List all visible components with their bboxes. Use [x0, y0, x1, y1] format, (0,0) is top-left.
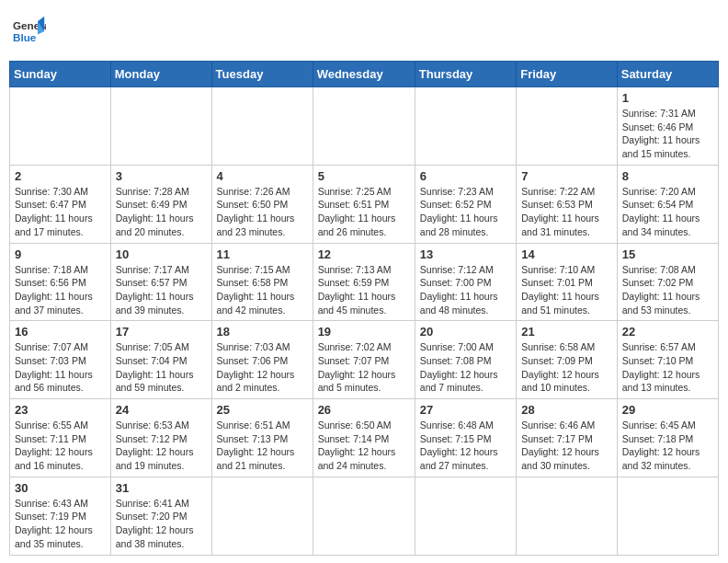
day-number: 3 — [116, 169, 207, 183]
week-row-0: 1Sunrise: 7:31 AM Sunset: 6:46 PM Daylig… — [10, 87, 719, 166]
weekday-header-monday: Monday — [110, 62, 211, 87]
day-number: 20 — [420, 325, 511, 339]
day-info: Sunrise: 7:15 AM Sunset: 6:58 PM Dayligh… — [217, 263, 308, 317]
day-info: Sunrise: 7:30 AM Sunset: 6:47 PM Dayligh… — [15, 185, 106, 239]
calendar-cell — [415, 87, 516, 166]
day-info: Sunrise: 7:25 AM Sunset: 6:51 PM Dayligh… — [318, 185, 410, 239]
weekday-header-sunday: Sunday — [10, 62, 111, 87]
calendar-cell: 6Sunrise: 7:23 AM Sunset: 6:52 PM Daylig… — [415, 165, 516, 243]
calendar-cell: 30Sunrise: 6:43 AM Sunset: 7:19 PM Dayli… — [10, 477, 111, 555]
day-number: 24 — [116, 403, 207, 417]
calendar-cell: 11Sunrise: 7:15 AM Sunset: 6:58 PM Dayli… — [211, 243, 313, 321]
day-info: Sunrise: 6:58 AM Sunset: 7:09 PM Dayligh… — [521, 340, 612, 395]
day-info: Sunrise: 7:07 AM Sunset: 7:03 PM Dayligh… — [15, 340, 106, 395]
calendar-cell: 25Sunrise: 6:51 AM Sunset: 7:13 PM Dayli… — [211, 399, 313, 477]
calendar-cell: 12Sunrise: 7:13 AM Sunset: 6:59 PM Dayli… — [313, 243, 415, 321]
calendar-cell: 18Sunrise: 7:03 AM Sunset: 7:06 PM Dayli… — [211, 321, 313, 399]
day-number: 13 — [420, 247, 511, 261]
day-number: 21 — [521, 325, 612, 339]
calendar-cell: 7Sunrise: 7:22 AM Sunset: 6:53 PM Daylig… — [517, 165, 618, 243]
week-row-4: 23Sunrise: 6:55 AM Sunset: 7:11 PM Dayli… — [10, 399, 719, 477]
day-number: 6 — [420, 169, 511, 183]
day-number: 8 — [622, 169, 713, 183]
day-info: Sunrise: 7:02 AM Sunset: 7:07 PM Dayligh… — [318, 340, 410, 395]
calendar-table: SundayMondayTuesdayWednesdayThursdayFrid… — [9, 61, 719, 556]
week-row-5: 30Sunrise: 6:43 AM Sunset: 7:19 PM Dayli… — [10, 477, 719, 555]
calendar-cell: 24Sunrise: 6:53 AM Sunset: 7:12 PM Dayli… — [110, 399, 211, 477]
calendar-cell: 28Sunrise: 6:46 AM Sunset: 7:17 PM Dayli… — [517, 399, 618, 477]
calendar-cell: 22Sunrise: 6:57 AM Sunset: 7:10 PM Dayli… — [617, 321, 718, 399]
calendar-cell: 19Sunrise: 7:02 AM Sunset: 7:07 PM Dayli… — [313, 321, 415, 399]
day-number: 28 — [521, 403, 612, 417]
day-info: Sunrise: 7:23 AM Sunset: 6:52 PM Dayligh… — [420, 185, 511, 239]
day-number: 25 — [217, 403, 308, 417]
day-info: Sunrise: 6:53 AM Sunset: 7:12 PM Dayligh… — [116, 419, 207, 473]
day-number: 1 — [622, 91, 713, 105]
day-info: Sunrise: 6:57 AM Sunset: 7:10 PM Dayligh… — [622, 340, 713, 395]
calendar-cell: 2Sunrise: 7:30 AM Sunset: 6:47 PM Daylig… — [10, 165, 111, 243]
calendar-cell — [415, 477, 516, 555]
calendar-cell: 9Sunrise: 7:18 AM Sunset: 6:56 PM Daylig… — [10, 243, 111, 321]
day-info: Sunrise: 7:05 AM Sunset: 7:04 PM Dayligh… — [116, 340, 207, 395]
calendar-cell: 29Sunrise: 6:45 AM Sunset: 7:18 PM Dayli… — [617, 399, 718, 477]
day-info: Sunrise: 6:50 AM Sunset: 7:14 PM Dayligh… — [318, 419, 410, 473]
week-row-2: 9Sunrise: 7:18 AM Sunset: 6:56 PM Daylig… — [10, 243, 719, 321]
calendar-cell: 5Sunrise: 7:25 AM Sunset: 6:51 PM Daylig… — [313, 165, 415, 243]
calendar-cell — [211, 477, 313, 555]
calendar-cell: 13Sunrise: 7:12 AM Sunset: 7:00 PM Dayli… — [415, 243, 516, 321]
calendar-cell: 15Sunrise: 7:08 AM Sunset: 7:02 PM Dayli… — [617, 243, 718, 321]
day-number: 27 — [420, 403, 511, 417]
weekday-header-row: SundayMondayTuesdayWednesdayThursdayFrid… — [10, 62, 719, 87]
day-info: Sunrise: 7:31 AM Sunset: 6:46 PM Dayligh… — [622, 107, 713, 161]
calendar-cell: 14Sunrise: 7:10 AM Sunset: 7:01 PM Dayli… — [517, 243, 618, 321]
weekday-header-wednesday: Wednesday — [313, 62, 415, 87]
day-number: 12 — [318, 247, 410, 261]
day-info: Sunrise: 6:55 AM Sunset: 7:11 PM Dayligh… — [15, 419, 106, 473]
day-number: 2 — [15, 169, 106, 183]
weekday-header-thursday: Thursday — [415, 62, 516, 87]
logo-icon: General Blue — [13, 15, 46, 48]
day-number: 5 — [318, 169, 410, 183]
weekday-header-saturday: Saturday — [617, 62, 718, 87]
day-number: 31 — [116, 481, 207, 495]
day-number: 17 — [116, 325, 207, 339]
day-info: Sunrise: 6:46 AM Sunset: 7:17 PM Dayligh… — [521, 419, 612, 473]
calendar-cell: 16Sunrise: 7:07 AM Sunset: 7:03 PM Dayli… — [10, 321, 111, 399]
day-number: 22 — [622, 325, 713, 339]
day-number: 23 — [15, 403, 106, 417]
day-info: Sunrise: 7:03 AM Sunset: 7:06 PM Dayligh… — [217, 340, 308, 395]
calendar-cell: 17Sunrise: 7:05 AM Sunset: 7:04 PM Dayli… — [110, 321, 211, 399]
day-number: 4 — [217, 169, 308, 183]
page-header: General Blue — [9, 9, 719, 53]
calendar-cell: 10Sunrise: 7:17 AM Sunset: 6:57 PM Dayli… — [110, 243, 211, 321]
day-info: Sunrise: 7:18 AM Sunset: 6:56 PM Dayligh… — [15, 263, 106, 317]
day-info: Sunrise: 6:48 AM Sunset: 7:15 PM Dayligh… — [420, 419, 511, 473]
calendar-cell — [110, 87, 211, 166]
day-number: 10 — [116, 247, 207, 261]
calendar-cell — [313, 477, 415, 555]
calendar-cell: 8Sunrise: 7:20 AM Sunset: 6:54 PM Daylig… — [617, 165, 718, 243]
day-info: Sunrise: 7:13 AM Sunset: 6:59 PM Dayligh… — [318, 263, 410, 317]
day-info: Sunrise: 7:20 AM Sunset: 6:54 PM Dayligh… — [622, 185, 713, 239]
day-number: 19 — [318, 325, 410, 339]
calendar-cell: 1Sunrise: 7:31 AM Sunset: 6:46 PM Daylig… — [617, 87, 718, 166]
day-info: Sunrise: 6:41 AM Sunset: 7:20 PM Dayligh… — [116, 497, 207, 551]
day-number: 30 — [15, 481, 106, 495]
day-info: Sunrise: 7:12 AM Sunset: 7:00 PM Dayligh… — [420, 263, 511, 317]
logo: General Blue — [13, 15, 46, 48]
day-number: 9 — [15, 247, 106, 261]
calendar-cell — [313, 87, 415, 166]
day-info: Sunrise: 6:51 AM Sunset: 7:13 PM Dayligh… — [217, 419, 308, 473]
calendar-cell — [517, 87, 618, 166]
calendar-cell: 31Sunrise: 6:41 AM Sunset: 7:20 PM Dayli… — [110, 477, 211, 555]
weekday-header-friday: Friday — [517, 62, 618, 87]
calendar-cell: 20Sunrise: 7:00 AM Sunset: 7:08 PM Dayli… — [415, 321, 516, 399]
day-info: Sunrise: 7:10 AM Sunset: 7:01 PM Dayligh… — [521, 263, 612, 317]
day-number: 11 — [217, 247, 308, 261]
day-info: Sunrise: 7:00 AM Sunset: 7:08 PM Dayligh… — [420, 340, 511, 395]
day-number: 29 — [622, 403, 713, 417]
calendar-cell — [617, 477, 718, 555]
calendar-cell — [211, 87, 313, 166]
week-row-3: 16Sunrise: 7:07 AM Sunset: 7:03 PM Dayli… — [10, 321, 719, 399]
day-info: Sunrise: 7:26 AM Sunset: 6:50 PM Dayligh… — [217, 185, 308, 239]
